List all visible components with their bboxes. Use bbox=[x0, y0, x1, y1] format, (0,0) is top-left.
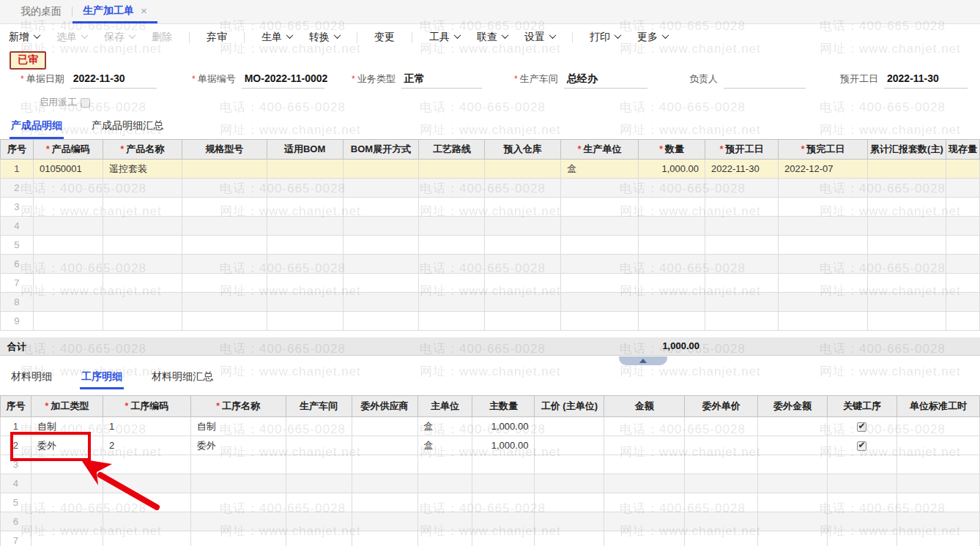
table-cell bbox=[352, 455, 417, 474]
table-row[interactable]: 7 bbox=[1, 531, 980, 546]
column-header[interactable]: 累计汇报套数(主) bbox=[867, 140, 946, 160]
column-header[interactable]: 委外单价 bbox=[685, 396, 758, 417]
toolbar-more-button[interactable]: 更多 bbox=[637, 31, 668, 44]
table-row[interactable]: 3 bbox=[1, 198, 980, 217]
table-cell bbox=[867, 198, 946, 217]
table-row[interactable]: 3 bbox=[1, 455, 980, 474]
workshop-input[interactable]: 总经办 bbox=[564, 72, 647, 89]
watermark-text: 电话：400-665-0028 bbox=[620, 99, 746, 116]
column-header[interactable]: 主单位 bbox=[417, 396, 472, 417]
table-row[interactable]: 2 bbox=[1, 179, 980, 198]
column-header[interactable]: 委外供应商 bbox=[352, 396, 417, 417]
table-row[interactable]: 8 bbox=[1, 293, 980, 312]
column-header[interactable]: 工序编码 bbox=[103, 396, 190, 417]
table-cell bbox=[352, 417, 417, 436]
column-header[interactable]: 现存量 bbox=[946, 140, 979, 160]
column-header[interactable]: 金额 bbox=[604, 396, 685, 417]
field-label: 生产车间 bbox=[514, 72, 558, 89]
table-row[interactable]: 4 bbox=[1, 217, 980, 236]
table-cell bbox=[946, 312, 979, 331]
column-header[interactable]: 数量 bbox=[639, 140, 705, 160]
tab-production-order[interactable]: 生产加工单 × bbox=[73, 0, 157, 23]
column-header[interactable]: 主数量 bbox=[472, 396, 535, 417]
close-icon[interactable]: × bbox=[141, 4, 147, 17]
column-header[interactable]: 产品编码 bbox=[33, 140, 103, 160]
table-cell bbox=[758, 512, 828, 531]
doc-date-input[interactable]: 2022-11-30 bbox=[70, 72, 157, 89]
tab-material-summary[interactable]: 材料明细汇总 bbox=[150, 366, 215, 389]
table-cell bbox=[561, 179, 639, 198]
toolbar-change-button[interactable]: 变更 bbox=[374, 31, 395, 44]
column-header[interactable]: 预完工日 bbox=[779, 140, 868, 160]
business-type-input[interactable]: 正常 bbox=[401, 72, 482, 89]
column-header[interactable]: 工价 (主单位) bbox=[535, 396, 604, 417]
table-row[interactable]: 7 bbox=[1, 274, 980, 293]
column-header[interactable]: 加工类型 bbox=[31, 396, 103, 417]
column-header[interactable]: 工序名称 bbox=[190, 396, 286, 417]
table-row[interactable]: 4 bbox=[1, 474, 980, 493]
column-header[interactable]: 序号 bbox=[1, 140, 34, 160]
column-header[interactable]: 产品名称 bbox=[103, 140, 182, 160]
table-cell: 2 bbox=[1, 179, 34, 198]
tab-finished-goods-summary[interactable]: 产成品明细汇总 bbox=[90, 115, 165, 139]
planned-start-date-input[interactable]: 2022-11-30 bbox=[884, 72, 968, 89]
person-in-charge-input[interactable] bbox=[724, 72, 806, 89]
table-row[interactable]: 5 bbox=[1, 236, 980, 255]
tab-material-detail[interactable]: 材料明细 bbox=[10, 366, 53, 389]
tab-finished-goods-detail[interactable]: 产成品明细 bbox=[10, 115, 64, 139]
toolbar-link-query-button[interactable]: 联查 bbox=[477, 31, 508, 44]
column-header[interactable]: 生产车间 bbox=[286, 396, 352, 417]
table-cell bbox=[103, 236, 182, 255]
toolbar-tools-button[interactable]: 工具 bbox=[429, 31, 460, 44]
table-cell bbox=[419, 293, 485, 312]
doc-number-input[interactable]: MO-2022-11-0002 bbox=[242, 72, 324, 89]
table-cell bbox=[535, 436, 604, 455]
table-cell bbox=[639, 236, 705, 255]
toolbar-generate-doc-button[interactable]: 生单 bbox=[261, 31, 292, 44]
column-header[interactable]: 工艺路线 bbox=[419, 140, 485, 160]
column-header[interactable]: 委外金额 bbox=[758, 396, 828, 417]
table-cell bbox=[639, 255, 705, 274]
toolbar-unapprove-button[interactable]: 弃审 bbox=[207, 31, 227, 44]
splitter-collapse-handle[interactable] bbox=[619, 356, 667, 365]
column-header[interactable]: 规格型号 bbox=[182, 140, 267, 160]
column-header[interactable]: 生产单位 bbox=[561, 140, 639, 160]
table-row[interactable]: 5 bbox=[1, 493, 980, 512]
column-header[interactable]: 适用BOM bbox=[267, 140, 343, 160]
checkbox-checked-icon[interactable] bbox=[857, 422, 866, 432]
toolbar-separator bbox=[572, 32, 573, 43]
table-row[interactable]: 6 bbox=[1, 255, 980, 274]
table-cell bbox=[561, 255, 639, 274]
column-header[interactable]: 单位标准工时 bbox=[897, 396, 979, 417]
table-cell bbox=[604, 417, 685, 436]
table-row[interactable]: 6 bbox=[1, 512, 980, 531]
toolbar-new-button[interactable]: 新增 bbox=[9, 31, 40, 44]
total-row: 合计 1,000.00 bbox=[0, 337, 980, 356]
toolbar-settings-button[interactable]: 设置 bbox=[524, 31, 555, 44]
table-cell bbox=[103, 293, 182, 312]
column-header[interactable]: BOM展开方式 bbox=[343, 140, 419, 160]
table-cell bbox=[103, 312, 182, 331]
column-header[interactable]: 关键工序 bbox=[828, 396, 897, 417]
table-cell bbox=[685, 436, 758, 455]
table-cell bbox=[352, 531, 417, 546]
table-row[interactable]: 9 bbox=[1, 312, 980, 331]
table-row[interactable]: 1自制1自制盒1,000.00 bbox=[1, 417, 980, 436]
chevron-down-icon bbox=[454, 31, 461, 39]
column-header[interactable]: 预入仓库 bbox=[485, 140, 561, 160]
checkbox-checked-icon[interactable] bbox=[857, 441, 866, 451]
column-header[interactable]: 预开工日 bbox=[705, 140, 779, 160]
table-cell bbox=[182, 160, 267, 179]
table-cell bbox=[419, 312, 485, 331]
table-cell bbox=[286, 436, 352, 455]
tab-operation-detail[interactable]: 工序明细 bbox=[80, 366, 124, 389]
table-row[interactable]: 2委外2委外盒1,000.00 bbox=[1, 436, 980, 455]
table-cell bbox=[182, 236, 267, 255]
toolbar-print-button[interactable]: 打印 bbox=[590, 31, 620, 44]
tab-my-desktop[interactable]: 我的桌面 bbox=[10, 0, 72, 23]
table-row[interactable]: 101050001遥控套装盒1,000.002022-11-302022-12-… bbox=[1, 160, 980, 179]
table-cell bbox=[419, 255, 485, 274]
toolbar-convert-button[interactable]: 转换 bbox=[309, 31, 340, 44]
column-header[interactable]: 序号 bbox=[1, 396, 31, 417]
table-cell bbox=[946, 274, 979, 293]
